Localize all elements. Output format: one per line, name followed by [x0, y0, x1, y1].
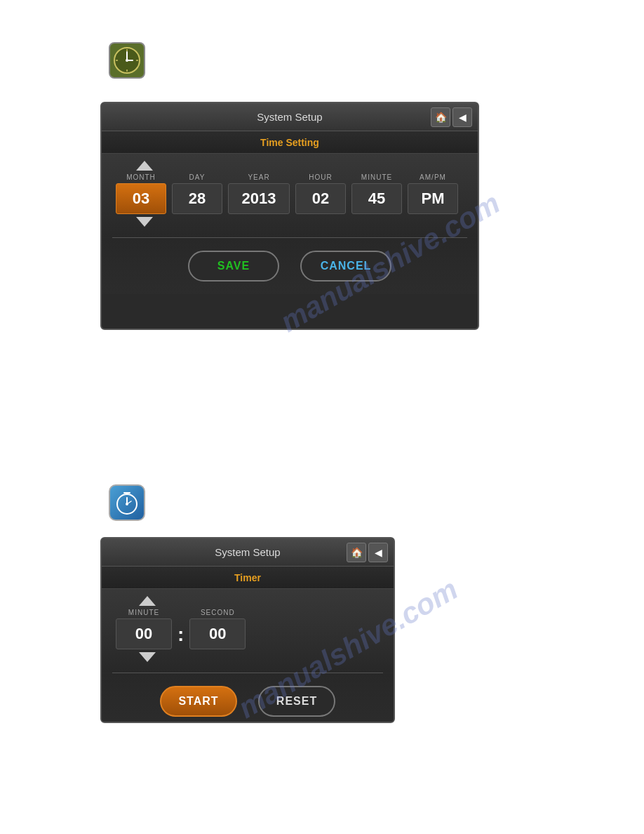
- timer-colon: :: [172, 612, 189, 646]
- timer-fields-row: MINUTE 00 : SECOND 00: [116, 609, 246, 649]
- minute-field-col: MINUTE 45: [351, 173, 402, 214]
- ampm-label: AM/PM: [420, 173, 446, 181]
- day-value[interactable]: 28: [172, 183, 222, 214]
- minute-down-arrow[interactable]: [139, 652, 156, 662]
- month-value[interactable]: 03: [116, 183, 166, 214]
- time-up-arrow-row: [116, 161, 170, 171]
- month-field-col: MONTH 03: [116, 173, 166, 214]
- hour-value[interactable]: 02: [295, 183, 346, 214]
- year-label: YEAR: [248, 173, 269, 181]
- minute-up-arrow[interactable]: [139, 596, 156, 606]
- timer-up-arrow-row: [116, 596, 175, 606]
- timer-minute-col: MINUTE 00: [116, 609, 172, 649]
- timer-panel-home-button[interactable]: 🏠: [347, 543, 366, 562]
- year-field-col: YEAR 2013: [228, 173, 290, 214]
- timer-section-title-bar: Timer: [102, 567, 394, 589]
- time-panel-header: System Setup 🏠 ◀: [102, 103, 478, 131]
- time-panel-back-button[interactable]: ◀: [452, 107, 472, 127]
- timer-home-icon: 🏠: [351, 547, 363, 558]
- day-label: DAY: [189, 173, 206, 181]
- ampm-value[interactable]: PM: [408, 183, 458, 214]
- timer-fields-area: MINUTE 00 : SECOND 00: [102, 589, 394, 673]
- timer-panel-header: System Setup 🏠 ◀: [102, 538, 394, 567]
- day-field-col: DAY 28: [172, 173, 222, 214]
- timer-down-arrow-row: [116, 652, 175, 662]
- timer-minute-label: MINUTE: [128, 609, 159, 616]
- time-section-title-bar: Time Setting: [102, 131, 478, 154]
- svg-point-13: [126, 503, 128, 505]
- month-label: MONTH: [126, 173, 156, 181]
- time-panel-buttons: SAVE CANCEL: [102, 238, 478, 294]
- time-section-title: Time Setting: [260, 137, 319, 148]
- timer-panel: System Setup 🏠 ◀ Timer MINUTE 00: [100, 537, 395, 723]
- year-value[interactable]: 2013: [228, 183, 290, 214]
- minute-label: MINUTE: [361, 173, 392, 181]
- timer-icon-container: [109, 484, 145, 521]
- time-setting-panel: System Setup 🏠 ◀ Time Setting MONTH 03: [100, 102, 479, 330]
- time-panel-home-button[interactable]: 🏠: [431, 107, 450, 127]
- timer-panel-back-button[interactable]: ◀: [368, 543, 388, 562]
- time-panel-header-title: System Setup: [257, 111, 322, 123]
- home-icon: 🏠: [435, 112, 447, 123]
- back-icon: ◀: [459, 112, 467, 123]
- svg-point-3: [126, 59, 128, 62]
- timer-panel-header-title: System Setup: [215, 546, 280, 558]
- timer-section-title: Timer: [234, 572, 261, 583]
- clock-icon-container: [109, 42, 145, 79]
- time-panel-header-icons: 🏠 ◀: [431, 107, 472, 127]
- save-button[interactable]: SAVE: [188, 251, 279, 282]
- timer-back-icon: ◀: [375, 547, 382, 558]
- timer-second-value[interactable]: 00: [189, 618, 246, 649]
- month-down-arrow[interactable]: [136, 217, 153, 227]
- start-button[interactable]: START: [160, 686, 237, 717]
- ampm-field-col: AM/PM PM: [408, 173, 458, 214]
- hour-label: HOUR: [309, 173, 332, 181]
- time-fields-area: MONTH 03 DAY 28 YEAR 2013 HOUR 02 MINUTE: [102, 154, 478, 237]
- time-down-arrow-row: [116, 217, 170, 227]
- timer-icon: [109, 484, 145, 521]
- reset-button[interactable]: RESET: [258, 686, 335, 717]
- minute-value[interactable]: 45: [351, 183, 402, 214]
- cancel-button[interactable]: CANCEL: [300, 251, 391, 282]
- timer-second-label: SECOND: [201, 609, 235, 616]
- month-up-arrow[interactable]: [136, 161, 153, 171]
- time-fields-row: MONTH 03 DAY 28 YEAR 2013 HOUR 02 MINUTE: [116, 173, 458, 214]
- timer-panel-buttons: START RESET: [102, 673, 394, 723]
- hour-field-col: HOUR 02: [295, 173, 346, 214]
- timer-panel-header-icons: 🏠 ◀: [347, 543, 388, 562]
- clock-icon: [109, 42, 145, 79]
- timer-minute-value[interactable]: 00: [116, 618, 172, 649]
- timer-second-col: SECOND 00: [189, 609, 246, 649]
